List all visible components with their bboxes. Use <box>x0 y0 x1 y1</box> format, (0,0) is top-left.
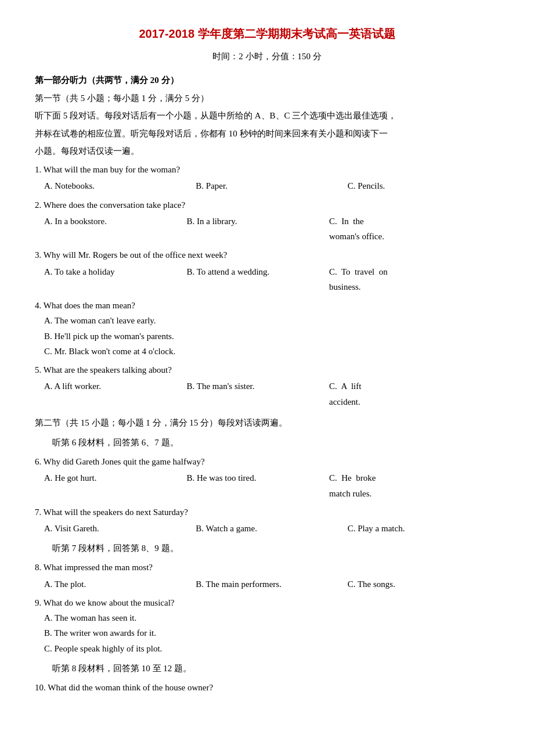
part1-title: 第一部分听力（共两节，满分 20 分） <box>35 73 499 88</box>
subsection-10-12-label: 听第 8 段材料，回答第 10 至 12 题。 <box>35 661 499 676</box>
options-4: A. The woman can't leave early. B. He'll… <box>44 313 499 359</box>
option-2b: B. In a library. <box>187 214 330 244</box>
option-9c: C. People speak highly of its plot. <box>44 641 499 656</box>
question-1: 1. What will the man buy for the woman? <box>35 162 499 177</box>
question-10: 10. What did the woman think of the hous… <box>35 680 499 695</box>
section1-desc2: 并标在试卷的相应位置。听完每段对话后，你都有 10 秒钟的时间来回来有关小题和阅… <box>35 126 499 141</box>
subtitle: 时间：2 小时，分值：150 分 <box>35 49 499 64</box>
subsection-6-7-label: 听第 6 段材料，回答第 6、7 题。 <box>35 435 499 451</box>
option-2a: A. In a bookstore. <box>44 214 187 244</box>
option-1a: A. Notebooks. <box>44 178 196 193</box>
page-title: 2017-2018 学年度第二学期期末考试高一英语试题 <box>35 23 499 44</box>
option-5a: A. A lift worker. <box>44 379 187 409</box>
options-8: A. The plot. B. The main performers. C. … <box>44 577 499 592</box>
option-8a: A. The plot. <box>44 577 196 592</box>
option-3a: A. To take a holiday <box>44 264 187 295</box>
section1-desc3: 小题。每段对话仅读一遍。 <box>35 143 499 159</box>
option-6c: C. He brokematch rules. <box>329 470 499 501</box>
option-9b: B. The writer won awards for it. <box>44 625 499 640</box>
option-5b: B. The man's sister. <box>187 379 330 409</box>
question-8: 8. What impressed the man most? <box>35 560 499 575</box>
subsection-8-9-label: 听第 7 段材料，回答第 8、9 题。 <box>35 541 499 556</box>
section1-header: 第一节（共 5 小题；每小题 1 分，满分 5 分） <box>35 91 499 106</box>
option-5c: C. A liftaccident. <box>329 379 499 409</box>
option-7a: A. Visit Gareth. <box>44 521 196 536</box>
options-1: A. Notebooks. B. Paper. C. Pencils. <box>44 178 499 193</box>
option-9a: A. The woman has seen it. <box>44 610 499 625</box>
question-6: 6. Why did Gareth Jones quit the game ha… <box>35 454 499 469</box>
option-4c: C. Mr. Black won't come at 4 o'clock. <box>44 344 499 359</box>
option-2c: C. In thewoman's office. <box>329 214 499 244</box>
section2-header: 第二节（共 15 小题；每小题 1 分，满分 15 分）每段对话读两遍。 <box>35 415 499 430</box>
options-2: A. In a bookstore. B. In a library. C. I… <box>44 214 499 244</box>
question-9: 9. What do we know about the musical? <box>35 595 499 610</box>
option-6b: B. He was too tired. <box>187 470 330 501</box>
option-6a: A. He got hurt. <box>44 470 187 501</box>
option-8b: B. The main performers. <box>196 577 347 592</box>
option-4b: B. He'll pick up the woman's parents. <box>44 329 499 344</box>
options-5: A. A lift worker. B. The man's sister. C… <box>44 379 499 409</box>
option-4a: A. The woman can't leave early. <box>44 313 499 328</box>
question-5: 5. What are the speakers talking about? <box>35 362 499 377</box>
option-1b: B. Paper. <box>196 178 347 193</box>
option-3c: C. To travel onbusiness. <box>329 264 499 295</box>
question-7: 7. What will the speakers do next Saturd… <box>35 505 499 520</box>
question-4: 4. What does the man mean? <box>35 298 499 313</box>
options-3: A. To take a holiday B. To attend a wedd… <box>44 264 499 295</box>
option-7b: B. Watch a game. <box>196 521 347 536</box>
question-3: 3. Why will Mr. Rogers be out of the off… <box>35 247 499 262</box>
options-9: A. The woman has seen it. B. The writer … <box>44 610 499 656</box>
options-6: A. He got hurt. B. He was too tired. C. … <box>44 470 499 501</box>
section1-desc1: 听下面 5 段对话。每段对话后有一个小题，从题中所给的 A、B、C 三个选项中选… <box>35 108 499 123</box>
options-7: A. Visit Gareth. B. Watch a game. C. Pla… <box>44 521 499 536</box>
option-8c: C. The songs. <box>348 577 499 592</box>
option-3b: B. To attend a wedding. <box>187 264 330 295</box>
option-1c: C. Pencils. <box>348 178 499 193</box>
option-7c: C. Play a match. <box>348 521 499 536</box>
question-2: 2. Where does the conversation take plac… <box>35 197 499 213</box>
